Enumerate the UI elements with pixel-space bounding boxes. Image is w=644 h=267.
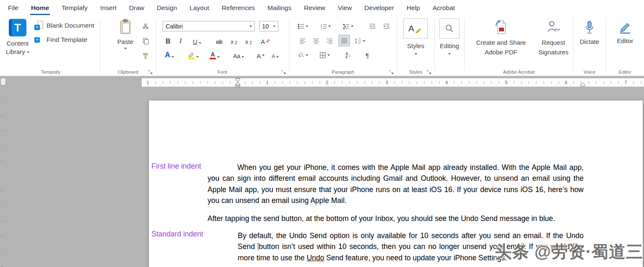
tab-file[interactable]: File — [2, 0, 25, 15]
tab-draw[interactable]: Draw — [123, 0, 151, 15]
chevron-down-icon — [249, 26, 252, 27]
font-family-select[interactable]: Calibri — [163, 21, 255, 31]
indent-marker[interactable] — [235, 78, 240, 87]
document-area: First line indent When you get your iPho… — [0, 89, 644, 267]
editor-pen-icon — [618, 21, 632, 34]
tab-layout[interactable]: Layout — [183, 0, 216, 15]
clear-formatting-button[interactable]: A — [261, 36, 270, 46]
font-color-icon: A — [210, 51, 216, 59]
chevron-down-icon — [273, 26, 275, 27]
ruler-number: 2 — [325, 80, 330, 85]
create-pdf-label-1: Create and Share — [476, 39, 526, 46]
multilevel-list-button[interactable] — [343, 21, 353, 32]
superscript-button[interactable]: x2 — [245, 36, 252, 46]
adobe-pdf-icon — [494, 20, 508, 35]
decrease-indent-button[interactable] — [369, 21, 376, 32]
tab-insert[interactable]: Insert — [94, 0, 123, 15]
voice-group-label: Voice — [574, 69, 605, 74]
tab-references[interactable]: References — [216, 0, 261, 15]
tab-home[interactable]: Home — [25, 0, 55, 15]
styles-button[interactable]: A — [403, 18, 428, 39]
blank-document-button[interactable]: + Blank Document — [34, 21, 94, 31]
ribbon-tab-bar: File Home Templafy Insert Draw Design La… — [0, 0, 644, 15]
paste-button[interactable]: Paste — [114, 19, 136, 49]
search-icon — [445, 24, 454, 33]
chevron-down-icon — [306, 54, 308, 56]
tab-view[interactable]: View — [332, 0, 358, 15]
ruler-number: 1 — [265, 80, 270, 85]
align-left-button[interactable] — [299, 36, 306, 46]
font-color-button[interactable]: A — [210, 50, 220, 61]
content-library-button[interactable]: T Content Library — [3, 19, 33, 56]
subscript-button[interactable]: x2 — [231, 36, 237, 46]
tab-design[interactable]: Design — [151, 0, 183, 15]
numbering-button[interactable]: 123 — [320, 21, 331, 32]
borders-button[interactable] — [319, 50, 330, 61]
bullets-button[interactable] — [298, 21, 308, 32]
paragraph-text: Send feature, you need to update your iP… — [324, 254, 507, 262]
show-formatting-marks-button[interactable]: ¶ — [366, 50, 369, 61]
tab-help[interactable]: Help — [400, 0, 426, 15]
editor-button[interactable]: Editor — [612, 21, 638, 45]
paragraph-undo-send[interactable]: After tapping the send button, at the bo… — [208, 213, 584, 224]
highlight-color-button[interactable] — [187, 50, 199, 61]
underlined-word: Undo — [306, 254, 324, 262]
sort-button[interactable]: AZ ↓ — [345, 50, 351, 61]
chevron-down-icon — [448, 53, 451, 55]
editing-button[interactable] — [439, 18, 460, 39]
chevron-down-icon — [415, 53, 417, 55]
paragraph-first-line-indent[interactable]: When you get your iPhone, it comes with … — [208, 162, 584, 206]
strikethrough-button[interactable]: ab — [216, 36, 223, 46]
bold-button[interactable]: B — [166, 36, 171, 46]
copy-button[interactable] — [140, 36, 151, 46]
italic-button[interactable]: I — [179, 36, 182, 46]
styles-expand[interactable] — [397, 53, 434, 55]
borders-icon — [319, 52, 326, 59]
templafy-logo-icon: T — [9, 19, 26, 36]
request-signatures-label-2: Signatures — [538, 49, 569, 56]
chevron-down-icon — [171, 56, 174, 58]
tab-acrobat[interactable]: Acrobat — [426, 0, 461, 15]
shading-button[interactable] — [298, 50, 308, 61]
grow-font-button[interactable]: A — [257, 50, 265, 61]
scissors-icon — [142, 23, 149, 29]
tab-review[interactable]: Review — [298, 0, 332, 15]
eraser-icon — [266, 39, 270, 43]
tab-developer[interactable]: Developer — [358, 0, 400, 15]
change-case-button[interactable]: Aa — [233, 50, 244, 61]
chevron-down-icon — [351, 26, 353, 27]
text-effects-button[interactable]: A — [165, 50, 174, 61]
font-group-label: Font — [156, 69, 289, 74]
cut-button[interactable] — [140, 21, 151, 31]
horizontal-ruler[interactable]: 1 1 2 3 4 5 6 7 — [142, 78, 644, 87]
ruler-number: 1 — [145, 80, 150, 85]
align-right-button[interactable] — [326, 36, 333, 46]
align-left-icon — [299, 38, 306, 44]
align-center-icon — [313, 38, 319, 44]
dictate-button[interactable]: Dictate — [577, 21, 602, 46]
ribbon-group-clipboard: Paste Clipboard — [100, 15, 156, 76]
create-pdf-label-2: Adobe PDF — [485, 49, 517, 56]
chevron-down-icon — [199, 42, 201, 44]
align-center-button[interactable] — [313, 36, 319, 46]
shrink-font-button[interactable]: A — [272, 50, 279, 61]
tab-mailings[interactable]: Mailings — [261, 0, 298, 15]
increase-indent-button[interactable] — [383, 21, 390, 32]
editing-expand[interactable] — [435, 53, 464, 55]
microphone-icon — [584, 21, 595, 35]
ruler-number: 3 — [384, 80, 389, 85]
tab-templafy[interactable]: Templafy — [55, 0, 94, 15]
request-signatures-button[interactable]: Request Signatures — [535, 20, 572, 57]
right-indent-marker[interactable] — [580, 83, 585, 87]
line-spacing-button[interactable] — [355, 36, 365, 46]
find-template-button[interactable]: + Find Template — [34, 35, 87, 45]
chevron-up-icon — [262, 54, 265, 56]
font-size-select[interactable]: 10 — [259, 21, 278, 31]
format-painter-button[interactable] — [140, 51, 151, 62]
underline-button[interactable]: U — [193, 36, 201, 46]
create-share-pdf-button[interactable]: Create and Share Adobe PDF — [466, 20, 536, 57]
justify-button[interactable] — [339, 35, 350, 46]
ruler-corner-box[interactable] — [0, 78, 6, 85]
ribbon-group-templafy: T Content Library + Blank Document + Fin… — [2, 15, 100, 76]
paragraph-group-label: Paragraph — [289, 69, 397, 74]
